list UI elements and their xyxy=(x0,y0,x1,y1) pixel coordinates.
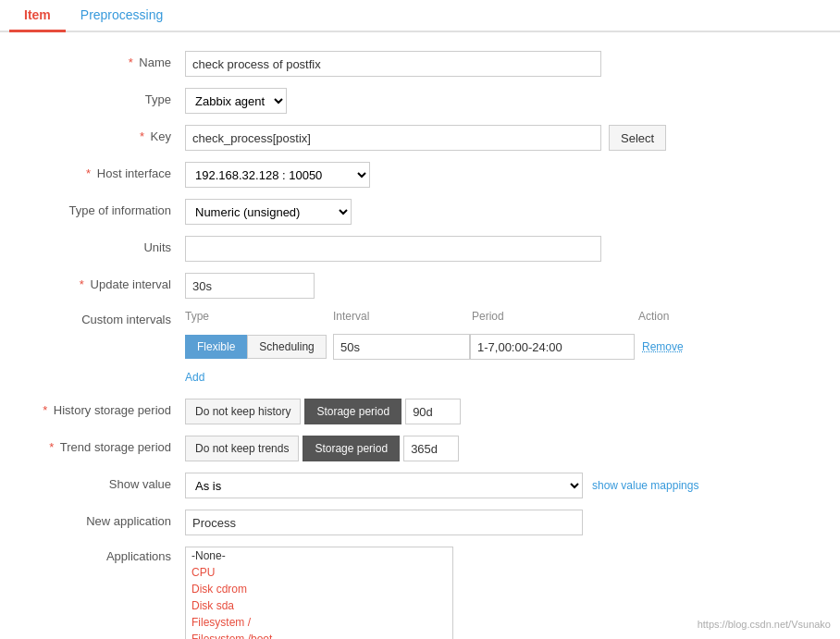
item-form: * Name Type Zabbix agent * Key Select xyxy=(0,32,833,639)
update-interval-label: * Update interval xyxy=(0,273,185,291)
trend-no-keep-btn[interactable]: Do not keep trends xyxy=(185,436,299,461)
new-application-field xyxy=(185,510,833,535)
list-item[interactable]: Disk sda xyxy=(186,597,452,614)
list-item[interactable]: -None- xyxy=(186,547,452,564)
history-storage-label: * History storage period xyxy=(0,399,185,417)
type-select[interactable]: Zabbix agent xyxy=(185,88,287,114)
ci-data-row: Flexible Scheduling Remove xyxy=(185,334,691,360)
key-input[interactable] xyxy=(185,125,601,151)
custom-intervals-label: Custom intervals xyxy=(0,310,185,326)
trend-storage-row: * Trend storage period Do not keep trend… xyxy=(0,436,833,461)
show-value-row: Show value As is show value mappings xyxy=(0,473,833,498)
host-required: * xyxy=(86,166,91,180)
units-row: Units xyxy=(0,236,833,262)
history-period-input[interactable] xyxy=(405,399,461,424)
new-application-label: New application xyxy=(0,510,185,528)
ci-header-row: Type Interval Period Action xyxy=(185,310,712,323)
applications-listbox[interactable]: -None-CPUDisk cdromDisk sdaFilesystem /F… xyxy=(185,547,453,639)
ci-header-period: Period xyxy=(472,310,638,323)
list-item[interactable]: Filesystem /boot xyxy=(186,631,452,639)
new-application-input[interactable] xyxy=(185,510,583,535)
key-required: * xyxy=(140,129,144,143)
key-label: * Key xyxy=(0,125,185,143)
ci-type-buttons: Flexible Scheduling xyxy=(185,335,333,359)
name-required: * xyxy=(129,55,133,69)
ci-flexible-btn[interactable]: Flexible xyxy=(185,335,247,359)
show-value-field: As is show value mappings xyxy=(185,473,833,498)
type-info-label: Type of information xyxy=(0,199,185,217)
ci-header-type: Type xyxy=(185,310,333,323)
name-row: * Name xyxy=(0,51,833,77)
type-row: Type Zabbix agent xyxy=(0,88,833,114)
update-interval-field xyxy=(185,273,833,299)
history-storage-row: * History storage period Do not keep his… xyxy=(0,399,833,424)
history-storage-controls: Do not keep history Storage period xyxy=(185,399,461,424)
name-field xyxy=(185,51,833,77)
host-interface-label: * Host interface xyxy=(0,162,185,180)
history-storage-period-btn[interactable]: Storage period xyxy=(304,399,401,424)
show-value-label: Show value xyxy=(0,473,185,491)
ci-header-interval: Interval xyxy=(333,310,472,323)
type-label: Type xyxy=(0,88,185,106)
update-interval-input[interactable] xyxy=(185,273,315,299)
history-no-keep-btn[interactable]: Do not keep history xyxy=(185,399,301,424)
trend-storage-controls: Do not keep trends Storage period xyxy=(185,436,459,461)
ci-remove-btn[interactable]: Remove xyxy=(635,340,691,353)
key-row: * Key Select xyxy=(0,125,833,151)
list-item[interactable]: CPU xyxy=(186,564,452,581)
host-interface-field: 192.168.32.128 : 10050 xyxy=(185,162,833,188)
new-application-row: New application xyxy=(0,510,833,535)
ci-interval-input[interactable] xyxy=(333,334,470,360)
list-item[interactable]: Filesystem / xyxy=(186,614,452,631)
key-field: Select xyxy=(185,125,833,151)
host-interface-row: * Host interface 192.168.32.128 : 10050 xyxy=(0,162,833,188)
show-value-select[interactable]: As is xyxy=(185,473,583,498)
units-field xyxy=(185,236,833,262)
ci-add-btn[interactable]: Add xyxy=(185,367,204,387)
ci-scheduling-btn[interactable]: Scheduling xyxy=(247,335,326,359)
trend-period-input[interactable] xyxy=(403,436,459,461)
custom-intervals-row: Custom intervals Type Interval Period Ac… xyxy=(0,310,833,387)
host-interface-select[interactable]: 192.168.32.128 : 10050 xyxy=(185,162,370,188)
tab-item[interactable]: Item xyxy=(9,0,66,32)
select-button[interactable]: Select xyxy=(609,125,666,151)
applications-label: Applications xyxy=(0,547,185,563)
name-label: * Name xyxy=(0,51,185,69)
custom-intervals-field: Type Interval Period Action Flexible Sch… xyxy=(185,310,833,387)
type-info-row: Type of information Numeric (unsigned) xyxy=(0,199,833,225)
units-label: Units xyxy=(0,236,185,254)
type-field: Zabbix agent xyxy=(185,88,833,114)
watermark: https://blog.csdn.net/Vsunako xyxy=(698,619,831,630)
history-required: * xyxy=(43,403,47,417)
tab-preprocessing[interactable]: Preprocessing xyxy=(66,0,179,32)
history-storage-field: Do not keep history Storage period xyxy=(185,399,833,424)
trend-storage-field: Do not keep trends Storage period xyxy=(185,436,833,461)
update-interval-row: * Update interval xyxy=(0,273,833,299)
tab-bar: Item Preprocessing xyxy=(0,0,840,32)
trend-storage-label: * Trend storage period xyxy=(0,436,185,454)
update-required: * xyxy=(80,277,84,291)
ci-header-action: Action xyxy=(638,310,712,323)
list-item[interactable]: Disk cdrom xyxy=(186,581,452,597)
units-input[interactable] xyxy=(185,236,601,262)
trend-required: * xyxy=(49,440,54,454)
name-input[interactable] xyxy=(185,51,601,77)
type-info-select[interactable]: Numeric (unsigned) xyxy=(185,199,352,225)
show-value-mappings-link[interactable]: show value mappings xyxy=(592,479,698,492)
show-value-controls: As is show value mappings xyxy=(185,473,698,498)
ci-period-input[interactable] xyxy=(470,334,635,360)
type-info-field: Numeric (unsigned) xyxy=(185,199,833,225)
trend-storage-period-btn[interactable]: Storage period xyxy=(303,436,400,461)
